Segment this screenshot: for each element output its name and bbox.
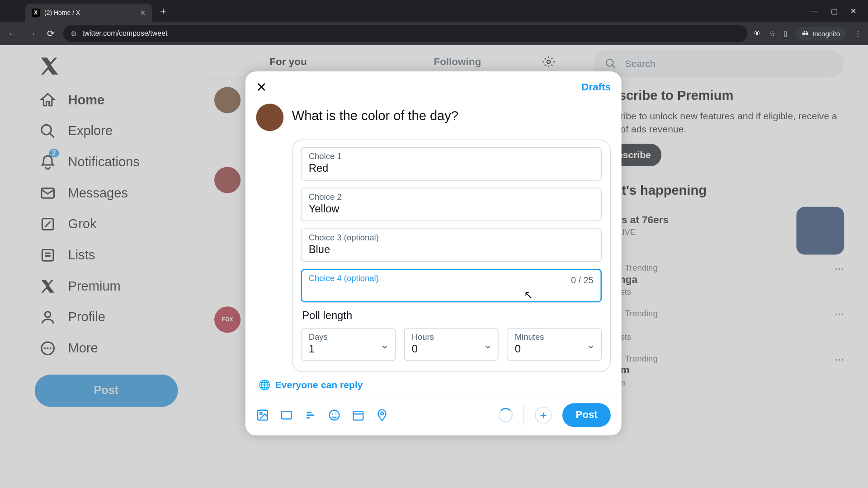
svg-point-23	[332, 413, 333, 414]
svg-point-17	[260, 413, 262, 415]
poll-icon[interactable]	[304, 408, 317, 422]
poll-choice-3[interactable]: Choice 3 (optional) Blue	[301, 228, 602, 262]
browser-tab[interactable]: X (2) Home / X ✕	[25, 4, 152, 22]
site-settings-icon[interactable]: ⚙	[71, 29, 77, 38]
choice-value	[309, 284, 594, 297]
svg-point-22	[330, 410, 340, 420]
tab-close-icon[interactable]: ✕	[140, 9, 146, 17]
emoji-icon[interactable]	[328, 408, 341, 422]
browser-tab-strip: X (2) Home / X ✕ ＋ — ▢ ✕	[0, 0, 868, 22]
close-icon[interactable]: ✕	[256, 80, 267, 95]
poll-minutes-select[interactable]: Minutes 0 ⌄	[507, 328, 602, 361]
svg-point-27	[381, 412, 383, 415]
select-value: 0	[412, 343, 491, 356]
incognito-label: Incognito	[812, 30, 840, 38]
reply-settings[interactable]: 🌐 Everyone can reply	[245, 372, 622, 393]
divider	[524, 406, 524, 425]
choice-value: Blue	[309, 243, 594, 256]
new-tab-button[interactable]: ＋	[158, 4, 168, 18]
poll-choice-4[interactable]: Choice 4 (optional) 0 / 25	[301, 269, 602, 302]
incognito-icon: 🕶	[802, 30, 809, 38]
poll-hours-select[interactable]: Hours 0 ⌄	[404, 328, 499, 361]
nav-back-icon[interactable]: ←	[6, 28, 19, 39]
chevron-down-icon: ⌄	[380, 338, 389, 351]
x-favicon-icon: X	[32, 9, 40, 17]
nav-reload-icon[interactable]: ⟳	[44, 28, 57, 39]
compose-modal: ✕ Drafts What is the color of the day? C…	[245, 71, 622, 435]
poll-choice-1[interactable]: Choice 1 Red	[301, 147, 602, 181]
compose-text-input[interactable]: What is the color of the day?	[292, 103, 458, 131]
add-thread-button[interactable]: +	[535, 407, 552, 423]
nav-forward-icon: →	[25, 28, 38, 39]
drafts-link[interactable]: Drafts	[581, 82, 611, 94]
schedule-icon[interactable]	[352, 408, 365, 422]
svg-rect-25	[353, 411, 363, 420]
eye-off-icon[interactable]: 👁	[754, 29, 761, 38]
chevron-down-icon: ⌄	[586, 338, 595, 351]
window-maximize-icon[interactable]: ▢	[831, 7, 838, 15]
select-label: Days	[309, 332, 388, 342]
choice-value: Red	[309, 162, 594, 175]
choice-label: Choice 4 (optional)	[309, 273, 594, 282]
select-label: Hours	[412, 332, 491, 342]
choice-label: Choice 1	[309, 151, 594, 161]
post-button[interactable]: Post	[562, 403, 611, 427]
tab-title: (2) Home / X	[44, 9, 135, 16]
address-bar: ← → ⟳ ⚙ twitter.com/compose/tweet 👁 ☆ ▯ …	[0, 22, 868, 45]
gif-icon[interactable]	[280, 408, 293, 422]
char-progress-icon	[499, 408, 513, 422]
choice-label: Choice 2	[309, 192, 594, 202]
poll-choice-2[interactable]: Choice 2 Yellow	[301, 188, 602, 221]
poll-days-select[interactable]: Days 1 ⌄	[301, 328, 396, 361]
media-icon[interactable]	[256, 408, 269, 422]
choice-value: Yellow	[309, 203, 594, 216]
poll-editor: Choice 1 Red Choice 2 Yellow Choice 3 (o…	[292, 140, 611, 372]
select-value: 1	[309, 343, 388, 356]
svg-rect-18	[282, 411, 292, 419]
bookmark-star-icon[interactable]: ☆	[769, 29, 775, 38]
browser-menu-icon[interactable]: ⋮	[854, 29, 862, 38]
url-text: twitter.com/compose/tweet	[82, 29, 168, 38]
poll-length-label: Poll length	[302, 310, 602, 322]
select-label: Minutes	[515, 332, 594, 342]
window-minimize-icon[interactable]: —	[811, 7, 818, 15]
url-input[interactable]: ⚙ twitter.com/compose/tweet	[63, 25, 747, 42]
reply-label: Everyone can reply	[275, 380, 363, 390]
location-icon[interactable]	[376, 408, 389, 422]
incognito-badge[interactable]: 🕶 Incognito	[796, 27, 846, 40]
choice-label: Choice 3 (optional)	[309, 233, 594, 242]
window-close-icon[interactable]: ✕	[850, 7, 856, 15]
panel-icon[interactable]: ▯	[783, 29, 788, 38]
avatar	[256, 103, 283, 131]
select-value: 0	[515, 343, 594, 356]
char-counter: 0 / 25	[571, 275, 594, 285]
chevron-down-icon: ⌄	[483, 338, 492, 351]
svg-point-24	[335, 413, 336, 414]
globe-icon: 🌐	[259, 379, 270, 390]
